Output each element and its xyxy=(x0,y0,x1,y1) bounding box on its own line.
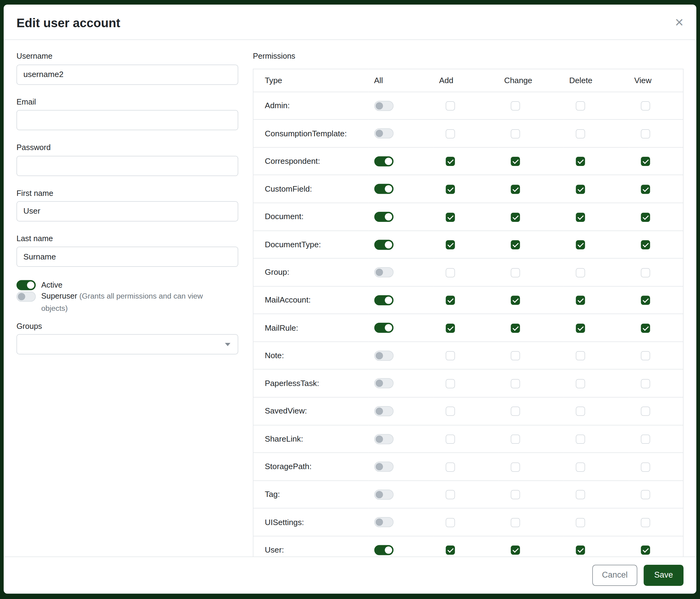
all-toggle[interactable] xyxy=(374,184,393,194)
add-checkbox[interactable] xyxy=(446,324,455,333)
delete-checkbox[interactable] xyxy=(576,268,585,277)
change-checkbox[interactable] xyxy=(511,407,520,416)
add-checkbox[interactable] xyxy=(446,407,455,416)
delete-checkbox[interactable] xyxy=(576,518,585,527)
first-name-input[interactable] xyxy=(17,201,238,221)
permission-type-label: ShareLink: xyxy=(253,425,369,453)
change-checkbox[interactable] xyxy=(511,268,520,277)
change-checkbox[interactable] xyxy=(511,296,520,305)
superuser-toggle[interactable] xyxy=(17,292,36,302)
all-toggle[interactable] xyxy=(374,323,393,333)
change-checkbox[interactable] xyxy=(511,546,520,555)
delete-checkbox[interactable] xyxy=(576,129,585,139)
add-checkbox[interactable] xyxy=(446,157,455,166)
delete-checkbox[interactable] xyxy=(576,490,585,499)
delete-checkbox[interactable] xyxy=(576,157,585,166)
save-button[interactable]: Save xyxy=(644,565,683,585)
last-name-input[interactable] xyxy=(17,247,238,267)
add-checkbox[interactable] xyxy=(446,240,455,249)
view-checkbox[interactable] xyxy=(641,379,650,388)
view-checkbox[interactable] xyxy=(641,490,650,499)
change-checkbox[interactable] xyxy=(511,462,520,472)
add-checkbox[interactable] xyxy=(446,268,455,277)
delete-checkbox[interactable] xyxy=(576,240,585,249)
change-checkbox[interactable] xyxy=(511,185,520,194)
delete-checkbox[interactable] xyxy=(576,407,585,416)
delete-checkbox[interactable] xyxy=(576,296,585,305)
change-checkbox[interactable] xyxy=(511,435,520,444)
change-checkbox[interactable] xyxy=(511,212,520,221)
delete-checkbox[interactable] xyxy=(576,546,585,555)
all-toggle[interactable] xyxy=(374,406,393,416)
username-input[interactable] xyxy=(17,65,238,85)
all-toggle[interactable] xyxy=(374,267,393,278)
view-checkbox[interactable] xyxy=(641,212,650,221)
all-toggle[interactable] xyxy=(374,378,393,388)
password-input[interactable] xyxy=(17,155,238,176)
all-toggle[interactable] xyxy=(374,489,393,499)
delete-checkbox[interactable] xyxy=(576,101,585,111)
view-checkbox[interactable] xyxy=(641,407,650,416)
change-checkbox[interactable] xyxy=(511,351,520,360)
delete-checkbox[interactable] xyxy=(576,379,585,388)
delete-checkbox[interactable] xyxy=(576,351,585,360)
add-checkbox[interactable] xyxy=(446,518,455,527)
all-toggle[interactable] xyxy=(374,545,393,555)
add-checkbox[interactable] xyxy=(446,185,455,194)
groups-select[interactable] xyxy=(17,334,238,355)
view-checkbox[interactable] xyxy=(641,351,650,360)
view-checkbox[interactable] xyxy=(641,518,650,527)
cancel-button[interactable]: Cancel xyxy=(592,565,637,585)
view-checkbox[interactable] xyxy=(641,129,650,139)
view-checkbox[interactable] xyxy=(641,324,650,333)
active-label: Active xyxy=(41,281,62,290)
delete-checkbox[interactable] xyxy=(576,462,585,472)
view-checkbox[interactable] xyxy=(641,435,650,444)
add-checkbox[interactable] xyxy=(446,462,455,472)
col-header-all: All xyxy=(369,69,434,92)
all-toggle[interactable] xyxy=(374,101,393,111)
page-backdrop: Edit user account × Username Email Passw… xyxy=(0,0,700,599)
all-toggle[interactable] xyxy=(374,434,393,444)
delete-checkbox[interactable] xyxy=(576,185,585,194)
delete-checkbox[interactable] xyxy=(576,324,585,333)
view-checkbox[interactable] xyxy=(641,462,650,472)
add-checkbox[interactable] xyxy=(446,212,455,221)
close-icon[interactable]: × xyxy=(675,16,683,28)
all-toggle[interactable] xyxy=(374,240,393,250)
view-checkbox[interactable] xyxy=(641,546,650,555)
change-checkbox[interactable] xyxy=(511,129,520,139)
view-checkbox[interactable] xyxy=(641,101,650,111)
change-checkbox[interactable] xyxy=(511,157,520,166)
all-toggle[interactable] xyxy=(374,517,393,527)
add-checkbox[interactable] xyxy=(446,101,455,111)
change-checkbox[interactable] xyxy=(511,379,520,388)
all-toggle[interactable] xyxy=(374,351,393,361)
add-checkbox[interactable] xyxy=(446,296,455,305)
change-checkbox[interactable] xyxy=(511,490,520,499)
add-checkbox[interactable] xyxy=(446,546,455,555)
change-checkbox[interactable] xyxy=(511,518,520,527)
add-checkbox[interactable] xyxy=(446,129,455,139)
change-checkbox[interactable] xyxy=(511,101,520,111)
all-toggle[interactable] xyxy=(374,212,393,222)
add-checkbox[interactable] xyxy=(446,435,455,444)
change-checkbox[interactable] xyxy=(511,240,520,249)
add-checkbox[interactable] xyxy=(446,490,455,499)
delete-checkbox[interactable] xyxy=(576,212,585,221)
view-checkbox[interactable] xyxy=(641,296,650,305)
all-toggle[interactable] xyxy=(374,295,393,305)
email-field[interactable] xyxy=(17,110,238,130)
view-checkbox[interactable] xyxy=(641,240,650,249)
all-toggle[interactable] xyxy=(374,462,393,472)
view-checkbox[interactable] xyxy=(641,185,650,194)
all-toggle[interactable] xyxy=(374,156,393,166)
change-checkbox[interactable] xyxy=(511,324,520,333)
active-toggle[interactable] xyxy=(17,280,36,290)
add-checkbox[interactable] xyxy=(446,379,455,388)
all-toggle[interactable] xyxy=(374,128,393,139)
view-checkbox[interactable] xyxy=(641,268,650,277)
add-checkbox[interactable] xyxy=(446,351,455,360)
delete-checkbox[interactable] xyxy=(576,435,585,444)
view-checkbox[interactable] xyxy=(641,157,650,166)
